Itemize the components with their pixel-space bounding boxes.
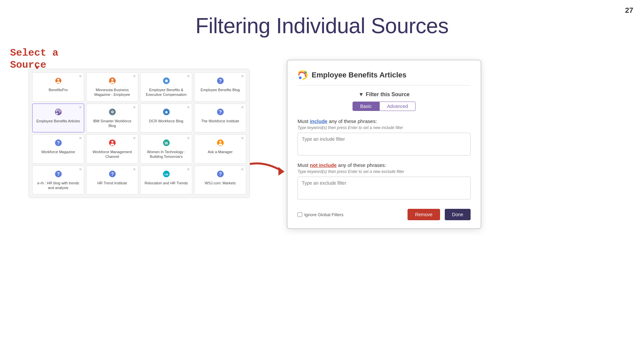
tab-advanced[interactable]: Advanced <box>379 102 416 111</box>
source-card-close-8[interactable]: ✕ <box>241 105 244 110</box>
source-icon-14: ? <box>108 169 117 179</box>
include-filter-sublabel: Type keyword(s) then press Enter to set … <box>298 125 471 130</box>
svg-text:?: ? <box>219 109 222 115</box>
include-filter-input[interactable] <box>298 133 471 156</box>
done-button[interactable]: Done <box>445 209 471 220</box>
source-card-11[interactable]: ✕WWomen In Technology : Building Tomorro… <box>140 134 192 164</box>
include-filter-section: Must include any of these phrases: Type … <box>298 118 471 156</box>
svg-point-5 <box>111 79 113 81</box>
source-icon-1 <box>54 76 63 85</box>
page-title: Filtering Individual Sources <box>0 0 644 38</box>
svg-text:⚙: ⚙ <box>111 110 114 114</box>
source-label-4: Employee Benefits Blog <box>201 87 240 92</box>
source-icon-11: W <box>162 138 171 147</box>
source-card-10[interactable]: ✕Workforce Management Channel <box>86 134 138 164</box>
source-label-7: DCR Workforce Blog <box>149 119 183 123</box>
source-label-11: Women In Technology : Building Tomorrow'… <box>143 149 189 159</box>
source-label-9: Workforce Magazine <box>41 149 75 154</box>
source-card-close-9[interactable]: ✕ <box>79 136 82 140</box>
source-card-2[interactable]: ✕Minnesota Business Magazine - Employee <box>86 72 138 102</box>
sources-grid: ✕BenefitsPro✕Minnesota Business Magazine… <box>32 72 246 194</box>
source-card-1[interactable]: ✕BenefitsPro <box>32 72 84 102</box>
source-label-8: The Workforce Institute <box>201 119 239 123</box>
source-card-close-4[interactable]: ✕ <box>241 74 244 78</box>
source-label-6: IBM Smarter Workforce Blog <box>89 119 135 128</box>
svg-marker-1 <box>278 167 284 176</box>
source-icon-13: ? <box>54 169 63 179</box>
exclude-filter-section: Must not include any of these phrases: T… <box>298 162 471 199</box>
source-card-6[interactable]: ✕⚙IBM Smarter Workforce Blog <box>86 104 138 133</box>
source-card-close-15[interactable]: ✕ <box>187 167 190 172</box>
filter-panel: Employee Benefits Articles ▼ Filter this… <box>287 60 481 229</box>
tabs-row: Basic Advanced <box>298 102 471 111</box>
tab-basic[interactable]: Basic <box>353 102 379 111</box>
source-icon-15: UB <box>162 169 171 179</box>
source-label-13: e-rh : HR blog with trends and analysis <box>35 181 81 190</box>
svg-point-11 <box>56 113 58 114</box>
arrow-right-icon <box>245 154 292 181</box>
ignore-global-filters[interactable]: Ignore Global Filters <box>298 212 343 217</box>
svg-text:❋: ❋ <box>165 79 168 83</box>
source-card-close-12[interactable]: ✕ <box>241 136 244 140</box>
source-card-3[interactable]: ✕❋Employee Benefits & Executive Compensa… <box>140 72 192 102</box>
source-card-close-10[interactable]: ✕ <box>133 136 136 140</box>
source-label-2: Minnesota Business Magazine - Employee <box>89 87 135 97</box>
source-icon-10 <box>108 138 117 147</box>
source-icon-6: ⚙ <box>108 107 117 117</box>
svg-text:❖: ❖ <box>165 110 168 114</box>
source-card-close-7[interactable]: ✕ <box>187 105 190 110</box>
sources-grid-container: ✕BenefitsPro✕Minnesota Business Magazine… <box>29 69 250 198</box>
source-icon-2 <box>108 76 117 85</box>
source-card-15[interactable]: ✕UBRelocation and HR Trends <box>140 166 192 195</box>
source-card-5[interactable]: ✕Employee Benefits Articles <box>32 104 84 133</box>
source-card-4[interactable]: ✕?Employee Benefits Blog <box>194 72 246 102</box>
source-card-8[interactable]: ✕?The Workforce Institute <box>194 104 246 133</box>
source-card-close-2[interactable]: ✕ <box>133 74 136 78</box>
page-number: 27 <box>625 6 633 15</box>
source-card-16[interactable]: ✕?WSJ.com: Markets <box>194 166 246 195</box>
source-icon-8: ? <box>216 107 225 117</box>
include-filter-label: Must include any of these phrases: <box>298 118 471 124</box>
source-icon-7: ❖ <box>162 107 171 117</box>
svg-text:?: ? <box>57 140 60 145</box>
source-card-close-1[interactable]: ✕ <box>79 74 82 78</box>
svg-point-3 <box>57 79 59 81</box>
source-card-close-3[interactable]: ✕ <box>187 74 190 78</box>
source-card-13[interactable]: ✕?e-rh : HR blog with trends and analysi… <box>32 166 84 195</box>
svg-text:?: ? <box>111 171 114 177</box>
source-label-3: Employee Benefits & Executive Compensati… <box>143 87 189 97</box>
source-card-9[interactable]: ✕?Workforce Magazine <box>32 134 84 164</box>
ignore-global-checkbox[interactable] <box>298 212 302 217</box>
source-icon-12 <box>216 138 225 147</box>
source-card-close-6[interactable]: ✕ <box>133 105 136 110</box>
source-card-close-13[interactable]: ✕ <box>79 167 82 172</box>
source-card-12[interactable]: ✕Ask a Manager <box>194 134 246 164</box>
remove-button[interactable]: Remove <box>408 209 440 220</box>
filter-panel-header: Employee Benefits Articles <box>298 70 471 85</box>
source-label-5: Employee Benefits Articles <box>36 119 80 123</box>
svg-point-21 <box>111 141 113 143</box>
source-card-14[interactable]: ✕?HR Trend Institute <box>86 166 138 195</box>
svg-text:?: ? <box>219 78 222 83</box>
filter-panel-title: Employee Benefits Articles <box>312 71 407 79</box>
source-card-close-5[interactable]: ✕ <box>79 105 82 110</box>
footer-buttons: Remove Done <box>408 209 471 220</box>
source-icon <box>298 70 308 80</box>
exclude-filter-input[interactable] <box>298 177 471 199</box>
source-label-16: WSJ.com: Markets <box>205 181 235 185</box>
source-card-close-14[interactable]: ✕ <box>133 167 136 172</box>
svg-point-34 <box>299 76 302 79</box>
source-icon-4: ? <box>216 76 225 85</box>
svg-point-35 <box>305 71 307 73</box>
source-label-1: BenefitsPro <box>49 87 68 92</box>
source-card-close-11[interactable]: ✕ <box>187 136 190 140</box>
source-icon-16: ? <box>216 169 225 179</box>
source-label-14: HR Trend Institute <box>97 181 127 185</box>
filter-this-source-label: ▼ Filter this Source <box>298 92 471 98</box>
filter-icon: ▼ <box>359 92 364 98</box>
svg-text:UB: UB <box>164 173 168 176</box>
source-label-12: Ask a Manager <box>208 149 233 154</box>
exclude-filter-label: Must not include any of these phrases: <box>298 162 471 168</box>
source-card-close-16[interactable]: ✕ <box>241 167 244 172</box>
source-card-7[interactable]: ✕❖DCR Workforce Blog <box>140 104 192 133</box>
